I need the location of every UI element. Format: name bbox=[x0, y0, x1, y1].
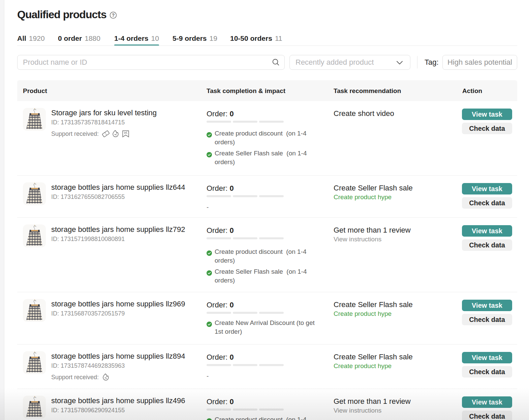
svg-text:?: ? bbox=[112, 12, 115, 18]
